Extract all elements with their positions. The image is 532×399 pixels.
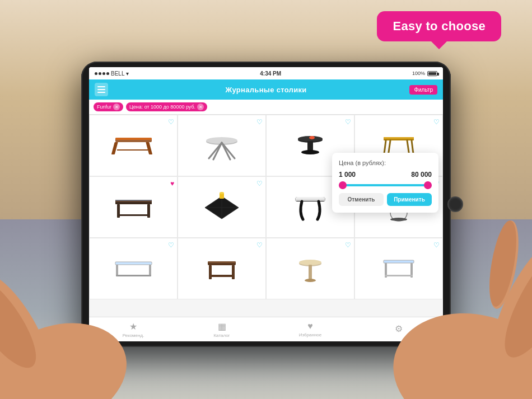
product-image-1 <box>113 133 155 158</box>
tab-favorites-icon: ♥ <box>307 321 313 331</box>
signal-dot-4 <box>106 72 109 75</box>
product-image-10 <box>202 254 241 284</box>
price-range-values: 1 000 80 000 <box>339 171 432 179</box>
svg-rect-54 <box>309 265 312 280</box>
product-cell-10[interactable]: ♡ <box>178 238 266 299</box>
svg-point-55 <box>305 279 316 282</box>
product-heart-12[interactable]: ♡ <box>433 241 440 249</box>
battery-fill <box>428 72 436 75</box>
battery-label: 100% <box>412 71 425 76</box>
svg-rect-50 <box>232 265 235 279</box>
svg-point-31 <box>220 192 224 194</box>
product-heart-5[interactable]: ♥ <box>170 180 174 187</box>
product-heart-3[interactable]: ♡ <box>345 118 351 126</box>
tablet-frame: BELL ▾ 4:34 PM 100% Журнальны <box>81 62 451 347</box>
carrier-label: BELL <box>111 71 124 77</box>
screen-content: BELL ▾ 4:34 PM 100% Журнальны <box>89 67 443 341</box>
svg-point-14 <box>301 150 319 154</box>
product-cell-12[interactable]: ♡ <box>354 238 443 299</box>
svg-rect-1 <box>115 138 152 140</box>
svg-rect-34 <box>295 199 325 201</box>
tab-catalog-label: Каталог <box>213 333 230 338</box>
filter-tag-brand-label: Funfur <box>97 104 111 110</box>
speech-bubble-text: Easy to choose <box>393 19 486 33</box>
filter-tag-brand: Funfur ✕ <box>94 102 123 111</box>
signal-dot-1 <box>95 72 97 75</box>
product-heart-10[interactable]: ♡ <box>256 241 263 249</box>
price-slider-track[interactable] <box>339 184 432 186</box>
product-cell-5[interactable]: ♥ <box>89 176 178 238</box>
svg-point-41 <box>390 218 407 221</box>
tab-recommended-icon: ★ <box>129 321 137 332</box>
filter-tag-price-remove[interactable]: ✕ <box>197 104 204 110</box>
price-cancel-button[interactable]: Отменить <box>339 193 384 206</box>
svg-rect-59 <box>385 275 413 276</box>
tab-settings-icon: ⚙ <box>395 323 403 334</box>
product-image-7 <box>291 190 330 224</box>
svg-rect-45 <box>149 265 151 276</box>
filter-button[interactable]: Фильтр <box>409 85 437 95</box>
svg-rect-46 <box>116 275 151 276</box>
svg-rect-43 <box>115 263 152 264</box>
speech-bubble: Easy to choose <box>377 11 501 41</box>
filter-tag-brand-remove[interactable]: ✕ <box>113 104 120 110</box>
menu-button[interactable] <box>95 83 108 96</box>
nav-bar: Журнальные столики Фильтр <box>89 79 443 100</box>
product-cell-11[interactable]: ♡ <box>266 238 354 299</box>
tablet-screen: BELL ▾ 4:34 PM 100% Журнальны <box>89 67 443 341</box>
product-heart-4[interactable]: ♡ <box>433 118 440 126</box>
signal-dot-3 <box>102 72 105 75</box>
tab-catalog[interactable]: ▦ Каталог <box>178 321 266 338</box>
svg-rect-51 <box>209 275 235 277</box>
signal-dot-2 <box>99 72 101 75</box>
product-heart-6[interactable]: ♡ <box>256 180 263 187</box>
status-time: 4:34 PM <box>260 71 281 77</box>
price-filter-popup: Цена (в рублях): 1 000 80 000 Отменить П… <box>332 153 438 213</box>
tab-settings[interactable]: ⚙ <box>354 323 443 335</box>
product-image-2 <box>202 130 241 161</box>
status-right: 100% <box>412 71 437 76</box>
product-image-11 <box>291 254 330 284</box>
tab-bar: ★ Рекоменд. ▦ Каталог ♥ Избранное ⚙ <box>89 317 443 341</box>
svg-rect-3 <box>146 142 152 154</box>
home-button[interactable] <box>447 196 463 212</box>
product-cell-1[interactable]: ♡ <box>89 115 178 176</box>
signal-arrow: ▾ <box>126 71 129 77</box>
product-heart-9[interactable]: ♡ <box>168 241 174 249</box>
price-slider-fill <box>339 184 432 186</box>
svg-rect-2 <box>111 142 118 154</box>
price-slider-thumb-right[interactable] <box>424 181 432 189</box>
product-heart-11[interactable]: ♡ <box>345 241 351 249</box>
product-image-9 <box>113 256 155 281</box>
battery-icon <box>427 71 437 76</box>
product-image-3 <box>291 128 330 164</box>
menu-line-3 <box>97 92 105 93</box>
price-min-value: 1 000 <box>339 171 356 179</box>
signal-dots <box>95 72 109 75</box>
product-cell-6[interactable]: ♡ <box>178 176 266 238</box>
product-cell-9[interactable]: ♡ <box>89 238 178 299</box>
tab-favorites-label: Избранное <box>299 332 322 337</box>
tab-recommended-label: Рекоменд. <box>123 333 144 338</box>
product-cell-2[interactable]: ♡ <box>178 115 266 176</box>
price-apply-button[interactable]: Применить <box>387 193 432 206</box>
product-heart-2[interactable]: ♡ <box>256 118 263 126</box>
product-image-6 <box>202 192 241 223</box>
tab-recommended[interactable]: ★ Рекоменд. <box>89 321 178 338</box>
svg-rect-20 <box>115 200 152 201</box>
status-left: BELL ▾ <box>95 71 129 77</box>
filter-tags-bar: Funfur ✕ Цена: от 1000 до 80000 руб. ✕ <box>89 100 443 115</box>
svg-rect-56 <box>384 260 414 263</box>
tab-catalog-icon: ▦ <box>218 321 226 332</box>
price-slider-thumb-left[interactable] <box>339 181 347 189</box>
product-image-5 <box>113 193 155 221</box>
svg-point-53 <box>299 260 321 265</box>
tab-favorites[interactable]: ♥ Избранное <box>266 321 354 337</box>
svg-rect-49 <box>209 265 212 279</box>
status-bar: BELL ▾ 4:34 PM 100% <box>89 67 443 79</box>
price-max-value: 80 000 <box>411 171 432 179</box>
svg-rect-48 <box>208 261 236 263</box>
svg-rect-17 <box>384 137 414 139</box>
product-heart-1[interactable]: ♡ <box>168 118 174 126</box>
price-popup-title: Цена (в рублях): <box>339 159 432 166</box>
